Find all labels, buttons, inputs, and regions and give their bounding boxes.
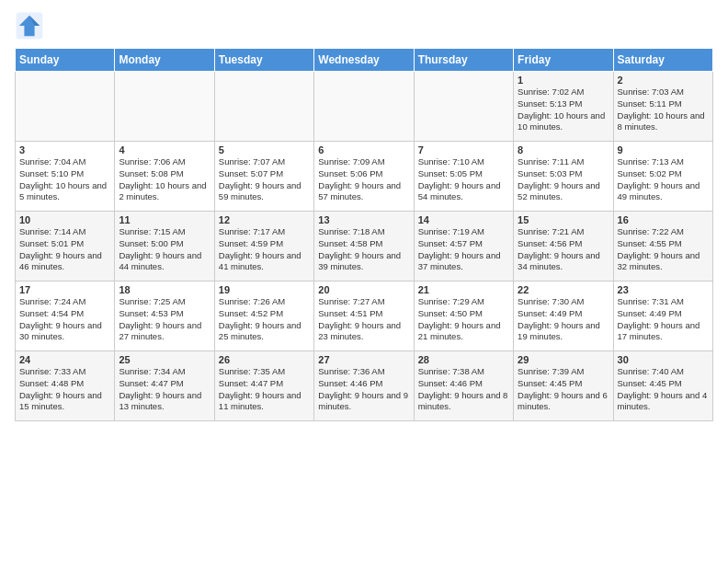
day-cell: 3Sunrise: 7:04 AMSunset: 5:10 PMDaylight… (16, 142, 115, 212)
day-cell: 24Sunrise: 7:33 AMSunset: 4:48 PMDayligh… (16, 351, 115, 421)
day-number: 18 (119, 284, 210, 295)
day-cell (115, 72, 214, 142)
header-row: SundayMondayTuesdayWednesdayThursdayFrid… (16, 49, 713, 72)
week-row-3: 10Sunrise: 7:14 AMSunset: 5:01 PMDayligh… (16, 212, 713, 282)
day-cell: 17Sunrise: 7:24 AMSunset: 4:54 PMDayligh… (16, 282, 115, 351)
day-cell (314, 72, 414, 142)
day-info: Sunrise: 7:39 AMSunset: 4:45 PMDaylight:… (518, 366, 609, 413)
column-header-monday: Monday (115, 49, 214, 72)
day-number: 20 (318, 284, 409, 295)
logo-icon (15, 11, 44, 40)
day-info: Sunrise: 7:24 AMSunset: 4:54 PMDaylight:… (19, 296, 110, 343)
day-info: Sunrise: 7:15 AMSunset: 5:00 PMDaylight:… (119, 226, 210, 273)
day-number: 8 (518, 144, 609, 155)
day-cell: 23Sunrise: 7:31 AMSunset: 4:49 PMDayligh… (613, 282, 712, 351)
day-number: 28 (418, 354, 509, 365)
day-cell: 2Sunrise: 7:03 AMSunset: 5:11 PMDaylight… (613, 72, 712, 142)
day-number: 30 (618, 354, 709, 365)
day-number: 27 (318, 354, 409, 365)
day-info: Sunrise: 7:38 AMSunset: 4:46 PMDaylight:… (418, 366, 509, 413)
column-header-thursday: Thursday (414, 49, 513, 72)
day-cell: 29Sunrise: 7:39 AMSunset: 4:45 PMDayligh… (514, 351, 613, 421)
calendar-table: SundayMondayTuesdayWednesdayThursdayFrid… (15, 48, 713, 421)
day-info: Sunrise: 7:34 AMSunset: 4:47 PMDaylight:… (119, 366, 210, 413)
day-cell: 12Sunrise: 7:17 AMSunset: 4:59 PMDayligh… (214, 212, 313, 282)
day-info: Sunrise: 7:36 AMSunset: 4:46 PMDaylight:… (318, 366, 409, 413)
day-cell: 9Sunrise: 7:13 AMSunset: 5:02 PMDaylight… (613, 142, 712, 212)
day-number: 9 (618, 144, 709, 155)
day-cell: 22Sunrise: 7:30 AMSunset: 4:49 PMDayligh… (514, 282, 613, 351)
day-cell: 10Sunrise: 7:14 AMSunset: 5:01 PMDayligh… (16, 212, 115, 282)
day-info: Sunrise: 7:02 AMSunset: 5:13 PMDaylight:… (518, 86, 609, 133)
day-number: 23 (618, 284, 709, 295)
day-info: Sunrise: 7:25 AMSunset: 4:53 PMDaylight:… (119, 296, 210, 343)
day-info: Sunrise: 7:27 AMSunset: 4:51 PMDaylight:… (318, 296, 409, 343)
week-row-5: 24Sunrise: 7:33 AMSunset: 4:48 PMDayligh… (16, 351, 713, 421)
day-number: 13 (318, 214, 409, 225)
day-cell: 7Sunrise: 7:10 AMSunset: 5:05 PMDaylight… (414, 142, 513, 212)
day-cell: 1Sunrise: 7:02 AMSunset: 5:13 PMDaylight… (514, 72, 613, 142)
day-cell: 19Sunrise: 7:26 AMSunset: 4:52 PMDayligh… (214, 282, 313, 351)
day-info: Sunrise: 7:13 AMSunset: 5:02 PMDaylight:… (618, 156, 709, 203)
day-info: Sunrise: 7:04 AMSunset: 5:10 PMDaylight:… (19, 156, 110, 203)
day-cell: 30Sunrise: 7:40 AMSunset: 4:45 PMDayligh… (613, 351, 712, 421)
day-info: Sunrise: 7:29 AMSunset: 4:50 PMDaylight:… (418, 296, 509, 343)
day-cell: 26Sunrise: 7:35 AMSunset: 4:47 PMDayligh… (214, 351, 313, 421)
day-number: 16 (618, 214, 709, 225)
day-number: 25 (119, 354, 210, 365)
logo (15, 11, 48, 40)
page: SundayMondayTuesdayWednesdayThursdayFrid… (0, 0, 728, 432)
day-cell: 18Sunrise: 7:25 AMSunset: 4:53 PMDayligh… (115, 282, 214, 351)
day-info: Sunrise: 7:10 AMSunset: 5:05 PMDaylight:… (418, 156, 509, 203)
day-info: Sunrise: 7:07 AMSunset: 5:07 PMDaylight:… (219, 156, 310, 203)
day-number: 26 (219, 354, 310, 365)
day-info: Sunrise: 7:33 AMSunset: 4:48 PMDaylight:… (19, 366, 110, 413)
day-cell: 25Sunrise: 7:34 AMSunset: 4:47 PMDayligh… (115, 351, 214, 421)
day-cell: 11Sunrise: 7:15 AMSunset: 5:00 PMDayligh… (115, 212, 214, 282)
day-cell: 4Sunrise: 7:06 AMSunset: 5:08 PMDaylight… (115, 142, 214, 212)
day-number: 10 (19, 214, 110, 225)
calendar-header: SundayMondayTuesdayWednesdayThursdayFrid… (16, 49, 713, 72)
day-number: 17 (19, 284, 110, 295)
day-cell: 27Sunrise: 7:36 AMSunset: 4:46 PMDayligh… (314, 351, 414, 421)
day-info: Sunrise: 7:30 AMSunset: 4:49 PMDaylight:… (518, 296, 609, 343)
day-number: 5 (219, 144, 310, 155)
day-info: Sunrise: 7:26 AMSunset: 4:52 PMDaylight:… (219, 296, 310, 343)
column-header-friday: Friday (514, 49, 613, 72)
day-number: 3 (19, 144, 110, 155)
day-info: Sunrise: 7:03 AMSunset: 5:11 PMDaylight:… (618, 86, 709, 133)
day-info: Sunrise: 7:06 AMSunset: 5:08 PMDaylight:… (119, 156, 210, 203)
day-cell: 5Sunrise: 7:07 AMSunset: 5:07 PMDaylight… (214, 142, 313, 212)
day-info: Sunrise: 7:31 AMSunset: 4:49 PMDaylight:… (618, 296, 709, 343)
column-header-sunday: Sunday (16, 49, 115, 72)
day-number: 14 (418, 214, 509, 225)
day-number: 12 (219, 214, 310, 225)
day-number: 7 (418, 144, 509, 155)
day-number: 6 (318, 144, 409, 155)
column-header-tuesday: Tuesday (214, 49, 313, 72)
day-cell: 16Sunrise: 7:22 AMSunset: 4:55 PMDayligh… (613, 212, 712, 282)
day-cell: 6Sunrise: 7:09 AMSunset: 5:06 PMDaylight… (314, 142, 414, 212)
week-row-2: 3Sunrise: 7:04 AMSunset: 5:10 PMDaylight… (16, 142, 713, 212)
day-cell: 21Sunrise: 7:29 AMSunset: 4:50 PMDayligh… (414, 282, 513, 351)
day-number: 11 (119, 214, 210, 225)
day-number: 1 (518, 75, 609, 86)
day-cell: 20Sunrise: 7:27 AMSunset: 4:51 PMDayligh… (314, 282, 414, 351)
day-cell: 8Sunrise: 7:11 AMSunset: 5:03 PMDaylight… (514, 142, 613, 212)
day-number: 15 (518, 214, 609, 225)
day-info: Sunrise: 7:21 AMSunset: 4:56 PMDaylight:… (518, 226, 609, 273)
day-number: 19 (219, 284, 310, 295)
week-row-1: 1Sunrise: 7:02 AMSunset: 5:13 PMDaylight… (16, 72, 713, 142)
day-number: 21 (418, 284, 509, 295)
day-info: Sunrise: 7:19 AMSunset: 4:57 PMDaylight:… (418, 226, 509, 273)
day-cell: 14Sunrise: 7:19 AMSunset: 4:57 PMDayligh… (414, 212, 513, 282)
day-info: Sunrise: 7:40 AMSunset: 4:45 PMDaylight:… (618, 366, 709, 413)
day-info: Sunrise: 7:11 AMSunset: 5:03 PMDaylight:… (518, 156, 609, 203)
day-number: 29 (518, 354, 609, 365)
day-cell: 15Sunrise: 7:21 AMSunset: 4:56 PMDayligh… (514, 212, 613, 282)
day-info: Sunrise: 7:35 AMSunset: 4:47 PMDaylight:… (219, 366, 310, 413)
day-info: Sunrise: 7:18 AMSunset: 4:58 PMDaylight:… (318, 226, 409, 273)
day-number: 24 (19, 354, 110, 365)
day-cell: 13Sunrise: 7:18 AMSunset: 4:58 PMDayligh… (314, 212, 414, 282)
day-cell: 28Sunrise: 7:38 AMSunset: 4:46 PMDayligh… (414, 351, 513, 421)
